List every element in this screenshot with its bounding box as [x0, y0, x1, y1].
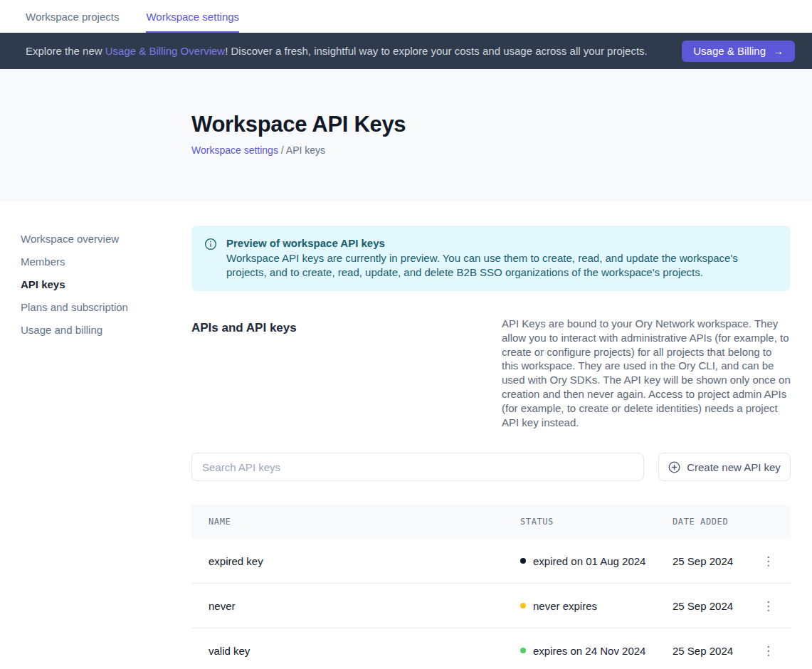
usage-billing-button[interactable]: Usage & Billing → [682, 41, 795, 62]
usage-billing-button-label: Usage & Billing [693, 45, 766, 57]
actions-cell: ⋮ [758, 552, 779, 570]
date-added: 25 Sep 2024 [673, 645, 758, 657]
sidebar-item-usage-and-billing[interactable]: Usage and billing [21, 324, 191, 337]
banner-text-prefix: Explore the new [26, 45, 105, 57]
date-added: 25 Sep 2024 [673, 600, 758, 612]
preview-callout: Preview of workspace API keys Workspace … [191, 226, 791, 291]
tab-workspace-projects[interactable]: Workspace projects [26, 0, 119, 33]
table-row: valid key expires on 24 Nov 2024 25 Sep … [191, 628, 791, 669]
table-row: never never expires 25 Sep 2024 ⋮ [191, 584, 791, 628]
breadcrumb: Workspace settings / API keys [191, 144, 812, 156]
banner-text-suffix: ! Discover a fresh, insightful way to ex… [225, 45, 648, 57]
sidebar-item-plans-and-subscription[interactable]: Plans and subscription [21, 301, 191, 314]
preview-callout-title: Preview of workspace API keys [226, 236, 774, 251]
create-api-key-button[interactable]: Create new API key [658, 453, 791, 481]
status-text: never expires [533, 600, 597, 612]
main-panel: Preview of workspace API keys Workspace … [191, 201, 791, 669]
breadcrumb-current: API keys [286, 144, 325, 156]
tab-workspace-settings[interactable]: Workspace settings [146, 0, 239, 33]
row-actions-button[interactable]: ⋮ [758, 597, 779, 615]
info-icon [204, 238, 217, 279]
api-keys-table: NAME STATUS DATE ADDED expired key expir… [191, 505, 791, 669]
create-api-key-button-label: Create new API key [687, 461, 781, 473]
settings-sidebar: Workspace overview Members API keys Plan… [0, 201, 191, 669]
search-input[interactable] [191, 453, 644, 481]
content-area: Workspace overview Members API keys Plan… [0, 201, 812, 669]
table-header-row: NAME STATUS DATE ADDED [191, 505, 791, 539]
plus-circle-icon [668, 461, 680, 473]
status-text: expires on 24 Nov 2024 [533, 645, 645, 657]
sidebar-item-api-keys[interactable]: API keys [21, 278, 191, 291]
breadcrumb-workspace-settings-link[interactable]: Workspace settings [191, 144, 278, 156]
actions-cell: ⋮ [758, 642, 779, 660]
apis-section: APIs and API keys API Keys are bound to … [191, 317, 791, 429]
page-header: Workspace API Keys Workspace settings / … [0, 69, 812, 201]
kebab-menu-icon: ⋮ [762, 644, 774, 658]
date-added: 25 Sep 2024 [673, 555, 758, 567]
api-key-name: expired key [209, 555, 520, 567]
row-actions-button[interactable]: ⋮ [758, 552, 779, 570]
status-cell: never expires [520, 600, 673, 612]
usage-billing-overview-link[interactable]: Usage & Billing Overview [105, 45, 225, 57]
arrow-right-icon: → [773, 45, 784, 57]
banner-message: Explore the new Usage & Billing Overview… [26, 45, 682, 57]
api-key-name: valid key [209, 645, 520, 657]
column-header-name: NAME [209, 517, 520, 527]
column-header-status: STATUS [520, 517, 673, 527]
top-tab-bar: Workspace projects Workspace settings [0, 0, 812, 33]
status-dot-never-expires [520, 603, 526, 609]
api-key-controls: Create new API key [191, 453, 791, 481]
apis-section-description: API Keys are bound to your Ory Network w… [502, 317, 791, 429]
actions-cell: ⋮ [758, 597, 779, 615]
row-actions-button[interactable]: ⋮ [758, 642, 779, 660]
sidebar-item-workspace-overview[interactable]: Workspace overview [21, 233, 191, 246]
sidebar-item-members[interactable]: Members [21, 256, 191, 268]
breadcrumb-separator: / [281, 144, 284, 156]
status-cell: expires on 24 Nov 2024 [520, 645, 673, 657]
page-title: Workspace API Keys [191, 112, 812, 137]
status-text: expired on 01 Aug 2024 [533, 555, 645, 567]
kebab-menu-icon: ⋮ [762, 599, 774, 613]
table-row: expired key expired on 01 Aug 2024 25 Se… [191, 539, 791, 584]
preview-callout-text: Preview of workspace API keys Workspace … [226, 236, 774, 279]
column-header-date-added: DATE ADDED [673, 517, 758, 527]
kebab-menu-icon: ⋮ [762, 554, 774, 568]
apis-section-heading: APIs and API keys [191, 317, 297, 429]
preview-callout-body: Workspace API keys are currently in prev… [226, 251, 774, 279]
api-key-name: never [209, 600, 520, 612]
status-dot-valid [520, 648, 526, 653]
status-dot-expired [520, 558, 526, 564]
announcement-banner: Explore the new Usage & Billing Overview… [0, 33, 812, 69]
status-cell: expired on 01 Aug 2024 [520, 555, 673, 567]
